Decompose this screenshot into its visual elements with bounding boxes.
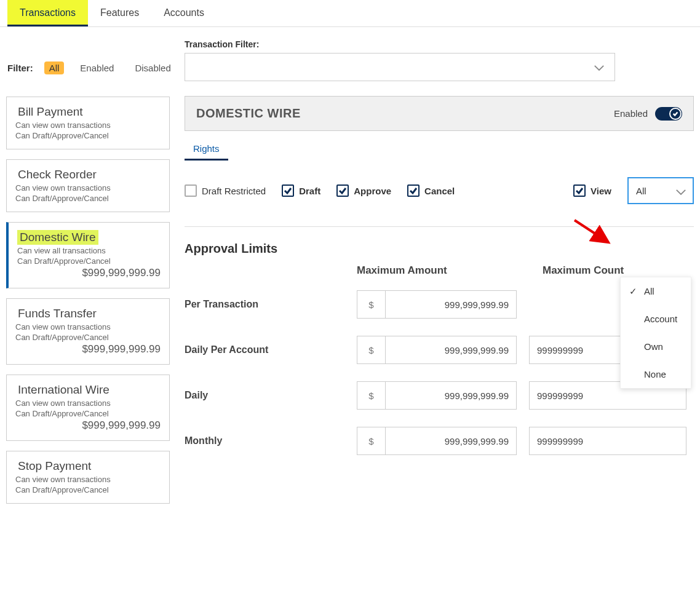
- card-line: Can Draft/Approve/Cancel: [15, 485, 161, 494]
- dropdown-option-account[interactable]: Account: [621, 305, 691, 333]
- card-line: Can view all transactions: [17, 246, 161, 255]
- svg-line-0: [575, 220, 607, 241]
- amount-value: 999,999,999.99: [386, 336, 516, 363]
- filter-enabled[interactable]: Enabled: [75, 61, 119, 74]
- view-label: View: [591, 186, 611, 196]
- card-domestic-wire[interactable]: Domestic Wire Can view all transactions …: [6, 222, 170, 288]
- filter-disabled[interactable]: Disabled: [130, 61, 175, 74]
- draft-label: Draft: [299, 186, 320, 196]
- card-line: Can Draft/Approve/Cancel: [15, 409, 161, 418]
- card-line: Can view own transactions: [15, 121, 161, 130]
- card-title: Bill Payment: [15, 105, 86, 119]
- amount-value: 999,999,999.99: [386, 291, 516, 318]
- card-line: Can Draft/Approve/Cancel: [15, 333, 161, 342]
- chevron-down-icon: [594, 63, 605, 71]
- cancel-checkbox[interactable]: [407, 184, 420, 197]
- view-select[interactable]: All: [627, 177, 694, 204]
- currency-symbol: $: [357, 291, 386, 318]
- currency-symbol: $: [357, 427, 386, 454]
- card-amount: $999,999,999.99: [15, 419, 161, 432]
- amount-value: 999,999,999.99: [386, 382, 516, 409]
- card-line: Can view own transactions: [15, 475, 161, 484]
- approval-limits-title: Approval Limits: [185, 227, 694, 264]
- chevron-down-icon: [675, 187, 686, 194]
- card-line: Can view own transactions: [15, 399, 161, 408]
- card-line: Can Draft/Approve/Cancel: [15, 131, 161, 140]
- card-title: Domestic Wire: [17, 230, 98, 245]
- card-line: Can view own transactions: [15, 322, 161, 331]
- card-funds-transfer[interactable]: Funds Transfer Can view own transactions…: [6, 298, 170, 365]
- dropdown-option-all[interactable]: All: [621, 277, 691, 305]
- limit-row-daily: Daily $ 999,999,999.99 999999999: [185, 381, 694, 410]
- tab-features[interactable]: Features: [88, 0, 151, 26]
- max-amount-header: Maximum Amount: [357, 264, 530, 290]
- card-amount: $999,999,999.99: [15, 343, 161, 355]
- draft-restricted-label: Draft Restricted: [202, 186, 266, 196]
- transaction-filter-select[interactable]: [185, 53, 615, 81]
- rights-row: Draft Restricted Draft Approve Cancel Vi…: [185, 161, 694, 227]
- tab-accounts[interactable]: Accounts: [151, 0, 217, 26]
- limit-row-daily-per-account: Daily Per Account $ 999,999,999.99 99999…: [185, 336, 694, 364]
- amount-value: 999,999,999.99: [386, 427, 516, 454]
- tab-rights[interactable]: Rights: [185, 137, 228, 161]
- view-dropdown: All Account Own None: [620, 277, 691, 389]
- dropdown-option-none[interactable]: None: [621, 360, 691, 388]
- limit-row-monthly: Monthly $ 999,999,999.99 999999999: [185, 427, 694, 455]
- currency-symbol: $: [357, 382, 386, 409]
- enabled-label: Enabled: [614, 108, 648, 119]
- check-icon: [669, 108, 682, 120]
- card-check-reorder[interactable]: Check Reorder Can view own transactions …: [6, 159, 170, 212]
- monthly-amount-input[interactable]: $ 999,999,999.99: [357, 427, 517, 455]
- monthly-count-input[interactable]: 999999999: [529, 427, 686, 455]
- cancel-label: Cancel: [424, 186, 455, 196]
- limits-table: Maximum Amount Maximum Count Per Transac…: [185, 264, 694, 455]
- limit-label: Per Transaction: [185, 299, 357, 310]
- card-title: Funds Transfer: [15, 306, 99, 321]
- filter-label: Filter:: [7, 63, 33, 73]
- card-international-wire[interactable]: International Wire Can view own transact…: [6, 375, 170, 441]
- dropdown-option-own[interactable]: Own: [621, 333, 691, 360]
- limit-label: Daily: [185, 390, 357, 401]
- card-amount: $999,999,999.99: [17, 267, 161, 279]
- panel-title: DOMESTIC WIRE: [196, 106, 301, 121]
- card-title: Stop Payment: [15, 459, 93, 474]
- card-line: Can view own transactions: [15, 183, 161, 192]
- card-line: Can Draft/Approve/Cancel: [15, 194, 161, 203]
- card-line: Can Draft/Approve/Cancel: [17, 256, 161, 266]
- view-checkbox[interactable]: [573, 184, 586, 197]
- daily-per-account-amount-input[interactable]: $ 999,999,999.99: [357, 336, 517, 364]
- card-title: International Wire: [15, 383, 112, 397]
- card-bill-payment[interactable]: Bill Payment Can view own transactions C…: [6, 97, 170, 149]
- filter-all[interactable]: All: [44, 61, 65, 74]
- tab-transactions[interactable]: Transactions: [7, 0, 88, 26]
- draft-checkbox[interactable]: [282, 184, 294, 197]
- panel-header: DOMESTIC WIRE Enabled: [185, 96, 694, 131]
- draft-restricted-checkbox[interactable]: [185, 184, 197, 197]
- top-tabs: Transactions Features Accounts: [0, 0, 700, 27]
- enabled-toggle[interactable]: [655, 107, 682, 121]
- approve-checkbox[interactable]: [336, 184, 349, 197]
- approve-label: Approve: [354, 186, 391, 196]
- view-select-value: All: [636, 186, 646, 196]
- transaction-filter-label: Transaction Filter:: [185, 39, 694, 49]
- card-stop-payment[interactable]: Stop Payment Can view own transactions C…: [6, 451, 170, 504]
- per-transaction-amount-input[interactable]: $ 999,999,999.99: [357, 290, 517, 319]
- currency-symbol: $: [357, 336, 386, 363]
- limit-row-per-transaction: Per Transaction $ 999,999,999.99: [185, 290, 694, 319]
- limit-label: Monthly: [185, 435, 357, 446]
- card-title: Check Reorder: [15, 167, 99, 182]
- limit-label: Daily Per Account: [185, 344, 357, 355]
- annotation-arrow-icon: [571, 216, 614, 249]
- daily-amount-input[interactable]: $ 999,999,999.99: [357, 381, 517, 410]
- filter-row: Filter: All Enabled Disabled: [6, 33, 170, 97]
- sub-tabs: Rights: [185, 131, 694, 161]
